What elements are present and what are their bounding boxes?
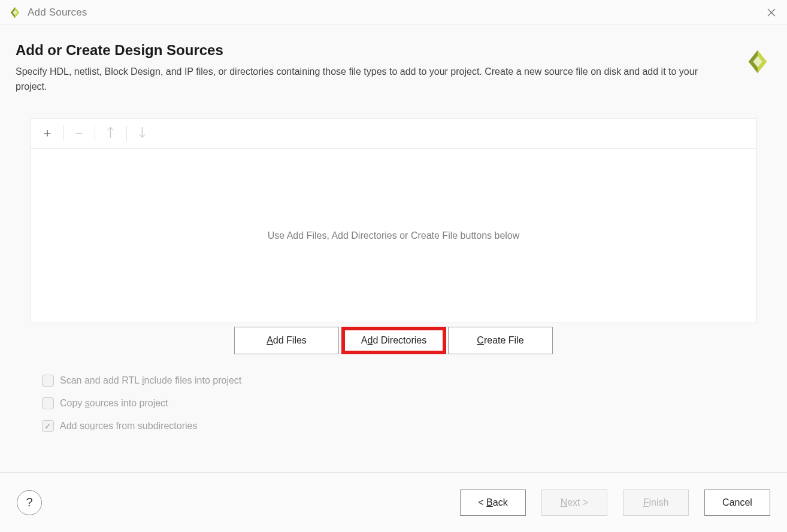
arrow-down-icon: 🡓 [136,127,149,140]
checkbox-icon: ✓ [42,375,54,387]
titlebar: Add Sources [0,0,787,25]
sources-panel: + − 🡑 🡓 Use Add Files, Add Directories o… [30,118,757,323]
back-button[interactable]: < Back [460,490,526,516]
sources-list-empty: Use Add Files, Add Directories or Create… [31,149,756,323]
add-files-button[interactable]: Add Files [234,327,339,354]
next-button[interactable]: Next > [541,490,607,516]
plus-icon: + [44,127,52,140]
wizard-footer: ? < Back Next > Finish Cancel [0,472,787,532]
remove-source-button[interactable]: − [67,121,91,145]
page-description: Specify HDL, netlist, Block Design, and … [16,65,722,95]
content-area: Add or Create Design Sources Specify HDL… [0,25,787,432]
checkbox-icon: ✓ [42,420,54,432]
move-down-button[interactable]: 🡓 [131,121,155,145]
copy-sources-option[interactable]: ✓ Copy sources into project [42,397,757,409]
mid-button-row: Add Files Add Directories Create File [30,327,757,354]
app-logo-large-icon [744,48,771,75]
toolbar-divider [63,126,63,141]
toolbar-divider [126,126,127,141]
toolbar-divider [95,126,95,141]
arrow-up-icon: 🡑 [104,127,117,140]
create-file-button[interactable]: Create File [448,327,553,354]
options-checkboxes: ✓ Scan and add RTL include files into pr… [30,375,757,432]
close-icon[interactable] [764,5,779,20]
add-subdirectories-option[interactable]: ✓ Add sources from subdirectories [42,420,757,432]
minus-icon: − [75,127,83,140]
checkbox-icon: ✓ [42,397,54,409]
add-directories-button[interactable]: Add Directories [341,327,446,354]
add-source-button[interactable]: + [35,121,59,145]
empty-placeholder-text: Use Add Files, Add Directories or Create… [268,230,520,241]
move-up-button[interactable]: 🡑 [99,121,123,145]
scan-include-files-option[interactable]: ✓ Scan and add RTL include files into pr… [42,375,757,387]
sources-toolbar: + − 🡑 🡓 [31,119,756,149]
window-title: Add Sources [28,7,87,19]
finish-button[interactable]: Finish [623,490,689,516]
cancel-button[interactable]: Cancel [704,490,770,516]
page-title: Add or Create Design Sources [16,42,737,59]
help-button[interactable]: ? [17,490,42,515]
app-logo-icon [8,6,22,19]
help-icon: ? [26,495,32,509]
